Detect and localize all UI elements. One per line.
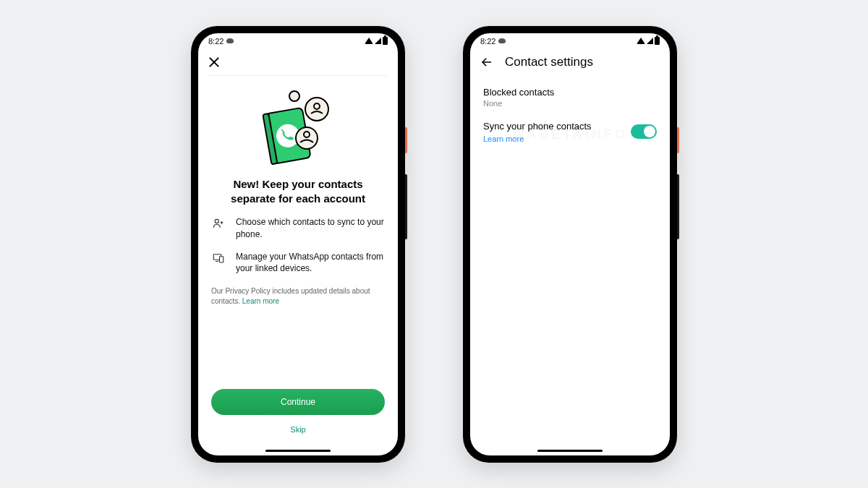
policy-text: Our Privacy Policy includes updated deta…	[211, 287, 370, 305]
volume-button	[677, 174, 679, 239]
hero-illustration	[211, 89, 385, 168]
skip-button[interactable]: Skip	[211, 418, 385, 441]
nav-pill	[265, 450, 331, 452]
phone-mockup-right: WABETAINFO 8:22 Contact settings	[463, 26, 677, 463]
feature-row-sync: Choose which contacts to sync to your ph…	[211, 216, 385, 241]
privacy-policy-note: Our Privacy Policy includes updated deta…	[211, 286, 385, 307]
back-arrow-icon[interactable]	[480, 56, 493, 69]
power-button	[677, 127, 679, 153]
person-add-icon	[211, 217, 226, 230]
feature-row-devices: Manage your WhatsApp contacts from your …	[211, 251, 385, 275]
setting-label-sync: Sync your phone contacts	[483, 121, 631, 132]
screen-onboarding: WABETAINFO 8:22	[198, 33, 398, 455]
signal-icon	[647, 38, 653, 44]
status-time: 8:22	[480, 37, 495, 46]
nav-pill	[537, 450, 603, 452]
cloud-icon	[498, 38, 506, 43]
policy-learn-more-link[interactable]: Learn more	[242, 297, 279, 305]
status-bar: 8:22	[470, 33, 670, 49]
svg-point-0	[289, 91, 299, 101]
close-icon[interactable]	[208, 56, 220, 68]
topbar: Contact settings	[470, 49, 670, 75]
sync-toggle[interactable]	[631, 124, 657, 139]
signal-icon	[375, 38, 381, 44]
page-title: Contact settings	[505, 55, 593, 69]
continue-button[interactable]: Continue	[211, 389, 385, 415]
onboarding-headline: New! Keep your contacts separate for eac…	[211, 177, 385, 207]
topbar	[198, 49, 398, 75]
setting-sync-contacts: Sync your phone contacts Learn more	[483, 115, 657, 143]
learn-more-link[interactable]: Learn more	[483, 134, 631, 143]
phone-mockup-left: WABETAINFO 8:22	[191, 26, 405, 463]
power-button	[405, 127, 407, 153]
cloud-icon	[226, 38, 234, 43]
wifi-icon	[637, 38, 645, 44]
wifi-icon	[365, 38, 373, 44]
setting-label-blocked: Blocked contacts	[483, 87, 657, 98]
feature-text-devices: Manage your WhatsApp contacts from your …	[236, 251, 385, 275]
setting-value-blocked: None	[483, 99, 657, 108]
battery-icon	[655, 37, 660, 45]
svg-rect-10	[220, 256, 224, 262]
battery-icon	[383, 37, 388, 45]
status-time: 8:22	[208, 37, 224, 46]
svg-point-8	[215, 219, 218, 223]
devices-icon	[211, 252, 226, 265]
feature-text-sync: Choose which contacts to sync to your ph…	[236, 216, 385, 241]
screen-contact-settings: WABETAINFO 8:22 Contact settings	[470, 33, 670, 455]
setting-blocked-contacts[interactable]: Blocked contacts None	[483, 82, 657, 115]
status-bar: 8:22	[198, 33, 398, 49]
volume-button	[405, 174, 407, 239]
onboarding-content: New! Keep your contacts separate for eac…	[198, 76, 398, 455]
settings-list: Blocked contacts None Sync your phone co…	[470, 75, 670, 150]
